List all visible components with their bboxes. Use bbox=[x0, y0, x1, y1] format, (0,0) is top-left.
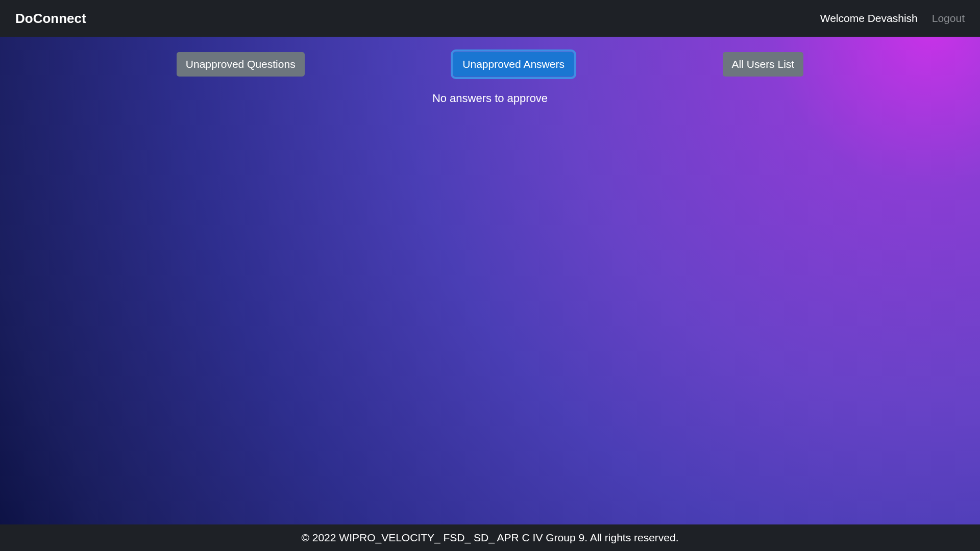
footer-copyright: © 2022 WIPRO_VELOCITY_ FSD_ SD_ APR C IV… bbox=[301, 532, 678, 544]
footer: © 2022 WIPRO_VELOCITY_ FSD_ SD_ APR C IV… bbox=[0, 524, 980, 551]
status-message: No answers to approve bbox=[432, 92, 548, 105]
button-row: Unapproved Questions Unapproved Answers … bbox=[0, 52, 980, 77]
logout-link[interactable]: Logout bbox=[932, 12, 965, 24]
main-content: Unapproved Questions Unapproved Answers … bbox=[0, 37, 980, 524]
brand-logo[interactable]: DoConnect bbox=[15, 11, 86, 27]
navbar-right: Welcome Devashish Logout bbox=[820, 12, 965, 24]
unapproved-answers-button[interactable]: Unapproved Answers bbox=[453, 52, 574, 77]
all-users-list-button[interactable]: All Users List bbox=[723, 52, 804, 77]
unapproved-questions-button[interactable]: Unapproved Questions bbox=[177, 52, 305, 77]
navbar: DoConnect Welcome Devashish Logout bbox=[0, 0, 980, 37]
welcome-text: Welcome Devashish bbox=[820, 12, 918, 24]
